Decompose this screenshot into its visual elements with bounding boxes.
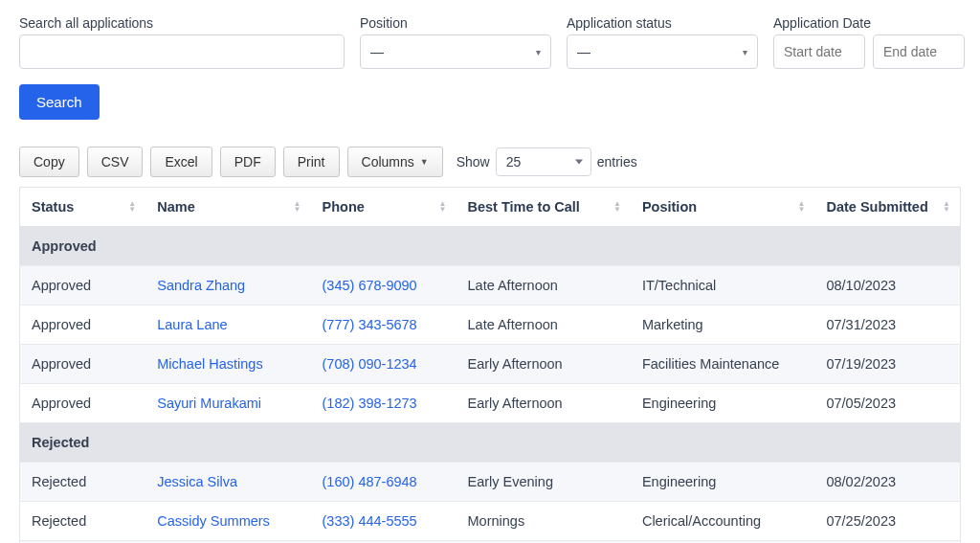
group-header-label: Approved — [20, 227, 961, 266]
export-toolbar: Copy CSV Excel PDF Print Columns ▼ Show … — [19, 147, 961, 177]
group-header-label: Rejected — [20, 423, 961, 463]
sort-icon: ▲▼ — [943, 201, 950, 213]
cell-phone: (160) 487-6948 — [311, 463, 457, 502]
position-select-value: — — [370, 44, 384, 59]
col-position[interactable]: Position ▲▼ — [631, 188, 815, 227]
entries-select-value: 25 — [506, 154, 522, 170]
cell-besttime: Early Afternoon — [457, 384, 631, 423]
col-phone-label: Phone — [323, 199, 365, 215]
cell-besttime: Mornings — [457, 502, 631, 541]
sort-icon: ▲▼ — [128, 201, 136, 213]
col-position-label: Position — [642, 199, 697, 215]
print-button[interactable]: Print — [283, 147, 340, 177]
cell-name: Michael Hastings — [145, 345, 310, 384]
cell-phone: (333) 444-5555 — [311, 502, 457, 541]
position-label: Position — [360, 15, 551, 31]
col-status[interactable]: Status ▲▼ — [20, 188, 146, 227]
phone-link[interactable]: (777) 343-5678 — [323, 317, 417, 332]
name-link[interactable]: Cassidy Summers — [157, 513, 270, 529]
chevron-down-icon: ▾ — [536, 47, 541, 57]
col-name-label: Name — [157, 199, 195, 215]
filter-position: Position — ▾ — [360, 15, 551, 69]
cell-status: Approved — [20, 384, 146, 423]
cell-status: Rejected — [20, 463, 146, 502]
cell-position: Engineering — [631, 384, 815, 423]
col-date[interactable]: Date Submitted ▲▼ — [814, 188, 960, 227]
cell-date: 08/10/2023 — [814, 266, 960, 305]
cell-besttime: Early Afternoon — [457, 345, 631, 384]
group-header: Rejected — [20, 423, 961, 463]
sort-icon: ▲▼ — [613, 201, 621, 213]
phone-link[interactable]: (182) 398-1273 — [323, 396, 417, 411]
chevron-down-icon: ▾ — [743, 47, 747, 57]
cell-position: Clerical/Accounting — [631, 502, 815, 541]
start-date-input[interactable] — [773, 34, 865, 69]
applications-table: Status ▲▼ Name ▲▼ Phone ▲▼ Best Time to … — [19, 187, 961, 543]
name-link[interactable]: Michael Hastings — [157, 356, 262, 372]
date-label: Application Date — [773, 15, 965, 31]
name-link[interactable]: Laura Lane — [157, 317, 227, 332]
entries-label: entries — [597, 154, 637, 170]
table-row: Rejected Cassidy Summers (333) 444-5555 … — [20, 502, 961, 541]
col-name[interactable]: Name ▲▼ — [145, 188, 310, 227]
status-select-value: — — [577, 44, 590, 59]
excel-button[interactable]: Excel — [150, 147, 212, 177]
filter-search: Search all applications — [19, 15, 345, 69]
cell-status: Approved — [20, 266, 146, 305]
cell-date: 07/05/2023 — [814, 384, 960, 423]
cell-besttime: Late Afternoon — [457, 266, 631, 305]
cell-date: 07/19/2023 — [814, 345, 960, 384]
show-label: Show — [457, 154, 490, 170]
phone-link[interactable]: (708) 090-1234 — [323, 356, 417, 372]
cell-name: Sayuri Murakami — [145, 384, 310, 423]
csv-button[interactable]: CSV — [87, 147, 144, 177]
cell-besttime: Late Afternoon — [457, 305, 631, 345]
end-date-input[interactable] — [873, 34, 965, 69]
cell-name: Cassidy Summers — [145, 502, 310, 541]
cell-position: IT/Technical — [631, 266, 815, 305]
cell-position: Facilities Maintenance — [631, 345, 815, 384]
copy-button[interactable]: Copy — [19, 147, 79, 177]
col-phone[interactable]: Phone ▲▼ — [311, 188, 457, 227]
cell-date: 07/25/2023 — [814, 502, 960, 541]
col-besttime-label: Best Time to Call — [468, 199, 580, 215]
status-select[interactable]: — ▾ — [567, 34, 758, 69]
phone-link[interactable]: (345) 678-9090 — [323, 278, 417, 293]
search-label: Search all applications — [19, 15, 345, 31]
filter-row: Search all applications Position — ▾ App… — [19, 15, 961, 69]
cell-name: Jessica Silva — [145, 463, 310, 502]
name-link[interactable]: Jessica Silva — [157, 474, 237, 489]
col-status-label: Status — [32, 199, 74, 215]
cell-status: Approved — [20, 305, 146, 345]
columns-button[interactable]: Columns ▼ — [347, 147, 443, 177]
cell-phone: (777) 343-5678 — [311, 305, 457, 345]
status-label: Application status — [567, 15, 758, 31]
cell-besttime: Early Evening — [457, 463, 631, 502]
entries-select[interactable]: 25 — [496, 147, 591, 176]
sort-icon: ▲▼ — [798, 201, 806, 213]
name-link[interactable]: Sandra Zhang — [157, 278, 245, 293]
cell-date: 08/02/2023 — [814, 463, 960, 502]
sort-icon: ▲▼ — [439, 201, 447, 213]
cell-phone: (708) 090-1234 — [311, 345, 457, 384]
cell-position: Marketing — [631, 305, 815, 345]
col-date-label: Date Submitted — [826, 199, 927, 215]
cell-phone: (182) 398-1273 — [311, 384, 457, 423]
cell-name: Sandra Zhang — [145, 266, 310, 305]
phone-link[interactable]: (333) 444-5555 — [323, 513, 417, 529]
phone-link[interactable]: (160) 487-6948 — [323, 474, 417, 489]
triangle-down-icon: ▼ — [420, 157, 429, 167]
search-button[interactable]: Search — [19, 84, 100, 120]
pdf-button[interactable]: PDF — [220, 147, 276, 177]
position-select[interactable]: — ▾ — [360, 34, 551, 69]
entries-control: Show 25 entries — [457, 147, 637, 176]
cell-date: 07/31/2023 — [814, 305, 960, 345]
search-input[interactable] — [19, 34, 345, 69]
table-row: Approved Michael Hastings (708) 090-1234… — [20, 345, 961, 384]
col-besttime[interactable]: Best Time to Call ▲▼ — [457, 188, 631, 227]
name-link[interactable]: Sayuri Murakami — [157, 396, 261, 411]
cell-position: Engineering — [631, 463, 815, 502]
table-row: Approved Laura Lane (777) 343-5678 Late … — [20, 305, 961, 345]
table-row: Rejected Jessica Silva (160) 487-6948 Ea… — [20, 463, 961, 502]
filter-date: Application Date — [773, 15, 965, 69]
